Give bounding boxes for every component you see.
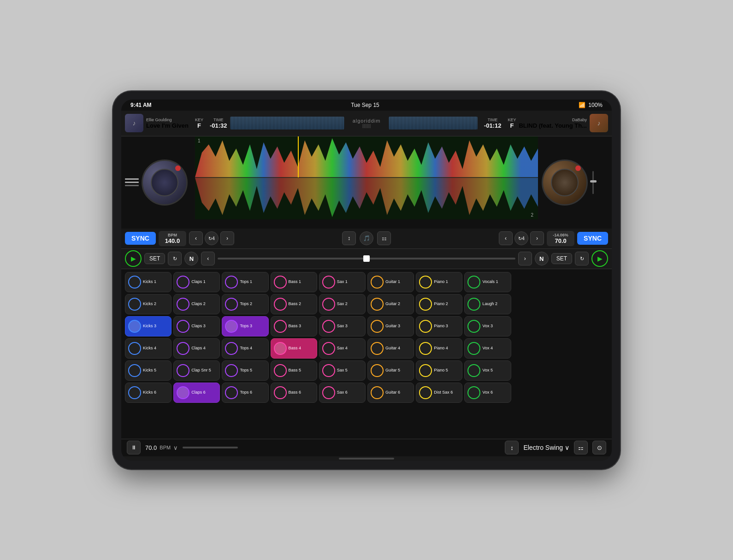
pad-vocals-6[interactable]: Vox 6 [464, 383, 511, 403]
genre-button[interactable]: Electro Swing ∨ [523, 444, 569, 451]
eq-icon-btn[interactable]: ↕ [505, 441, 519, 454]
pad-guitar-2[interactable]: Guitar 2 [367, 294, 414, 314]
pad-ring-vocals-5 [467, 364, 480, 377]
pad-piano-5[interactable]: Piano 5 [416, 360, 462, 381]
pad-sax-6[interactable]: Sax 6 [319, 383, 366, 403]
pad-bass-4[interactable]: Bass 4 [271, 338, 317, 359]
cf-left-btn[interactable]: ‹ [201, 252, 215, 265]
pad-ring-kicks-4 [128, 342, 141, 355]
pad-label-piano-1: Piano 1 [434, 279, 448, 284]
pad-kicks-1[interactable]: Kicks 1 [125, 272, 171, 292]
pad-label-tops-1: Tops 1 [240, 279, 252, 284]
crossfader[interactable] [218, 258, 515, 259]
grid-icon-btn[interactable]: ⚏ [574, 441, 588, 454]
left-track-info: ♪ Ellie Goulding Love I'm Given KEY F TI… [125, 114, 344, 132]
pad-claps-1[interactable]: Claps 1 [173, 272, 220, 292]
left-title: Love I'm Given [146, 122, 189, 129]
pad-ring-sax-3 [322, 320, 335, 333]
right-turntable[interactable] [542, 159, 588, 206]
pad-bass-6[interactable]: Bass 6 [271, 383, 317, 403]
left-artist: Ellie Goulding [146, 118, 189, 122]
left-play-button[interactable]: ▶ [125, 250, 142, 267]
pad-tops-1[interactable]: Tops 1 [222, 272, 268, 292]
pad-label-claps-2: Claps 2 [191, 301, 206, 307]
pad-vocals-5[interactable]: Vox 5 [464, 360, 511, 381]
pad-piano-4[interactable]: Piano 4 [416, 338, 462, 359]
left-prev-btn[interactable]: ‹ [189, 231, 203, 245]
cf-right-btn[interactable]: › [518, 252, 532, 265]
pause-button[interactable]: ⏸ [127, 441, 141, 454]
pad-vocals-1[interactable]: Vocals 1 [464, 272, 511, 292]
pad-label-tops-5: Tops 5 [240, 368, 252, 373]
pad-piano-6[interactable]: Dist Sax 6 [416, 383, 462, 403]
pad-tops-3[interactable]: Tops 3 [222, 316, 268, 336]
right-n-button[interactable]: N [535, 252, 549, 265]
left-set-button[interactable]: SET [144, 253, 165, 264]
left-sync-button[interactable]: SYNC [125, 232, 156, 245]
crossfader-area[interactable] [218, 258, 515, 259]
pad-piano-2[interactable]: Piano 2 [416, 294, 462, 314]
right-loop-btn[interactable]: ↻4 [514, 231, 528, 245]
right-set-button[interactable]: SET [551, 253, 572, 264]
pad-ring-piano-5 [419, 364, 432, 377]
pad-tops-2[interactable]: Tops 2 [222, 294, 268, 314]
music-btn[interactable]: 🎵 [360, 231, 373, 245]
settings-icon-btn[interactable]: ⊙ [592, 441, 606, 454]
pad-kicks-3[interactable]: Kicks 3 [125, 316, 171, 336]
pad-kicks-6[interactable]: Kicks 6 [125, 383, 171, 403]
pad-sax-5[interactable]: Sax 5 [319, 360, 366, 381]
pad-kicks-4[interactable]: Kicks 4 [125, 338, 171, 359]
pad-label-tops-6: Tops 6 [240, 390, 252, 395]
pad-guitar-1[interactable]: Guitar 1 [367, 272, 414, 292]
right-prev-btn[interactable]: ‹ [499, 231, 513, 245]
pad-claps-3[interactable]: Claps 3 [173, 316, 220, 336]
right-loop-arrow[interactable]: ↻ [575, 252, 589, 265]
pad-tops-4[interactable]: Tops 4 [222, 338, 268, 359]
pad-guitar-4[interactable]: Guitar 4 [367, 338, 414, 359]
crossfader-thumb [363, 255, 370, 262]
pad-ring-sax-4 [322, 342, 335, 355]
right-sync-button[interactable]: SYNC [577, 232, 608, 245]
pad-sax-2[interactable]: Sax 2 [319, 294, 366, 314]
bottom-bpm-slider[interactable] [183, 447, 238, 448]
pad-vocals-4[interactable]: Vox 4 [464, 338, 511, 359]
left-turntable[interactable] [142, 159, 188, 206]
pad-vocals-3[interactable]: Vox 3 [464, 316, 511, 336]
pad-bass-5[interactable]: Bass 5 [271, 360, 317, 381]
pad-label-vocals-1: Vocals 1 [482, 279, 498, 284]
pad-guitar-3[interactable]: Guitar 3 [367, 316, 414, 336]
left-n-button[interactable]: N [184, 252, 198, 265]
pad-vocals-2[interactable]: Laugh 2 [464, 294, 511, 314]
right-next-btn[interactable]: › [530, 231, 544, 245]
pad-sax-3[interactable]: Sax 3 [319, 316, 366, 336]
pad-claps-5[interactable]: Clap Snr 5 [173, 360, 220, 381]
pad-ring-sax-1 [322, 276, 335, 289]
pad-kicks-2[interactable]: Kicks 2 [125, 294, 171, 314]
right-track-art: ♪ [590, 114, 608, 132]
pad-tops-6[interactable]: Tops 6 [222, 383, 268, 403]
left-time: TIME -01:32 [210, 118, 227, 129]
pad-sax-4[interactable]: Sax 4 [319, 338, 366, 359]
left-loop-arrow[interactable]: ↻ [168, 252, 182, 265]
pad-bass-1[interactable]: Bass 1 [271, 272, 317, 292]
left-loop-btn[interactable]: ↻4 [205, 231, 219, 245]
pad-bass-2[interactable]: Bass 2 [271, 294, 317, 314]
pad-guitar-5[interactable]: Guitar 5 [367, 360, 414, 381]
mix-eq-btn[interactable]: ↕️ [342, 231, 356, 245]
right-loop-controls: ‹ ↻4 › [499, 231, 544, 245]
right-play-button[interactable]: ▶ [591, 250, 608, 267]
pad-guitar-6[interactable]: Guitar 6 [367, 383, 414, 403]
pad-claps-4[interactable]: Claps 4 [173, 338, 220, 359]
left-next-btn[interactable]: › [220, 231, 234, 245]
pad-piano-1[interactable]: Piano 1 [416, 272, 462, 292]
pad-label-guitar-4: Guitar 4 [385, 346, 400, 351]
grid-btn[interactable]: ⚏ [377, 231, 391, 245]
pad-claps-6[interactable]: Claps 6 [173, 383, 220, 403]
pad-tops-5[interactable]: Tops 5 [222, 360, 268, 381]
pad-claps-2[interactable]: Claps 2 [173, 294, 220, 314]
pad-piano-3[interactable]: Piano 3 [416, 316, 462, 336]
pad-kicks-5[interactable]: Kicks 5 [125, 360, 171, 381]
waveform-top [195, 136, 538, 178]
pad-sax-1[interactable]: Sax 1 [319, 272, 366, 292]
pad-bass-3[interactable]: Bass 3 [271, 316, 317, 336]
